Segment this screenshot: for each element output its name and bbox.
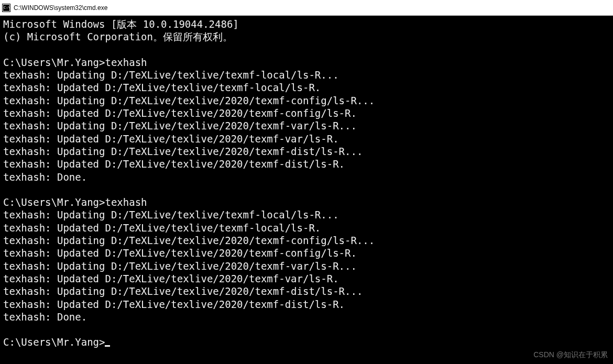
terminal-line: texhash: Updating D:/TeXLive/texlive/202… bbox=[3, 94, 610, 107]
terminal-line: texhash: Done. bbox=[3, 171, 610, 183]
svg-text:C:\: C:\ bbox=[4, 6, 10, 10]
terminal-line: (c) Microsoft Corporation。保留所有权利。 bbox=[3, 30, 610, 43]
watermark-text: CSDN @知识在于积累 bbox=[533, 350, 608, 360]
terminal-line: texhash: Updated D:/TeXLive/texlive/2020… bbox=[3, 298, 610, 311]
terminal-line: texhash: Updating D:/TeXLive/texlive/202… bbox=[3, 285, 610, 297]
terminal-line: texhash: Updated D:/TeXLive/texlive/2020… bbox=[3, 158, 610, 170]
terminal-line bbox=[3, 43, 610, 56]
terminal-line: texhash: Updating D:/TeXLive/texlive/202… bbox=[3, 145, 610, 158]
terminal-line: texhash: Done. bbox=[3, 311, 610, 323]
cmd-icon: C:\ bbox=[2, 4, 10, 12]
terminal-line: texhash: Updating D:/TeXLive/texlive/202… bbox=[3, 119, 610, 132]
window-titlebar[interactable]: C:\ C:\WINDOWS\system32\cmd.exe bbox=[0, 0, 613, 16]
terminal-line: texhash: Updating D:/TeXLive/texlive/202… bbox=[3, 260, 610, 272]
terminal-prompt: C:\Users\Mr.Yang> bbox=[3, 336, 105, 348]
terminal-line: texhash: Updated D:/TeXLive/texlive/2020… bbox=[3, 247, 610, 259]
terminal-line: texhash: Updated D:/TeXLive/texlive/2020… bbox=[3, 107, 610, 119]
terminal-cursor bbox=[105, 345, 110, 347]
terminal-output[interactable]: Microsoft Windows [版本 10.0.19044.2486](c… bbox=[0, 16, 613, 349]
terminal-line: texhash: Updated D:/TeXLive/texlive/texm… bbox=[3, 81, 610, 94]
terminal-line: texhash: Updated D:/TeXLive/texlive/texm… bbox=[3, 222, 610, 234]
terminal-line: texhash: Updating D:/TeXLive/texlive/202… bbox=[3, 234, 610, 247]
terminal-prompt-line[interactable]: C:\Users\Mr.Yang> bbox=[3, 336, 610, 348]
terminal-line: texhash: Updating D:/TeXLive/texlive/tex… bbox=[3, 69, 610, 81]
terminal-line: texhash: Updated D:/TeXLive/texlive/2020… bbox=[3, 133, 610, 145]
terminal-line: texhash: Updating D:/TeXLive/texlive/tex… bbox=[3, 208, 610, 221]
terminal-line: C:\Users\Mr.Yang>texhash bbox=[3, 56, 610, 69]
terminal-line: texhash: Updated D:/TeXLive/texlive/2020… bbox=[3, 272, 610, 285]
terminal-line bbox=[3, 323, 610, 336]
terminal-line: C:\Users\Mr.Yang>texhash bbox=[3, 196, 610, 208]
terminal-line bbox=[3, 183, 610, 196]
terminal-line: Microsoft Windows [版本 10.0.19044.2486] bbox=[3, 18, 610, 30]
window-title: C:\WINDOWS\system32\cmd.exe bbox=[14, 4, 107, 12]
